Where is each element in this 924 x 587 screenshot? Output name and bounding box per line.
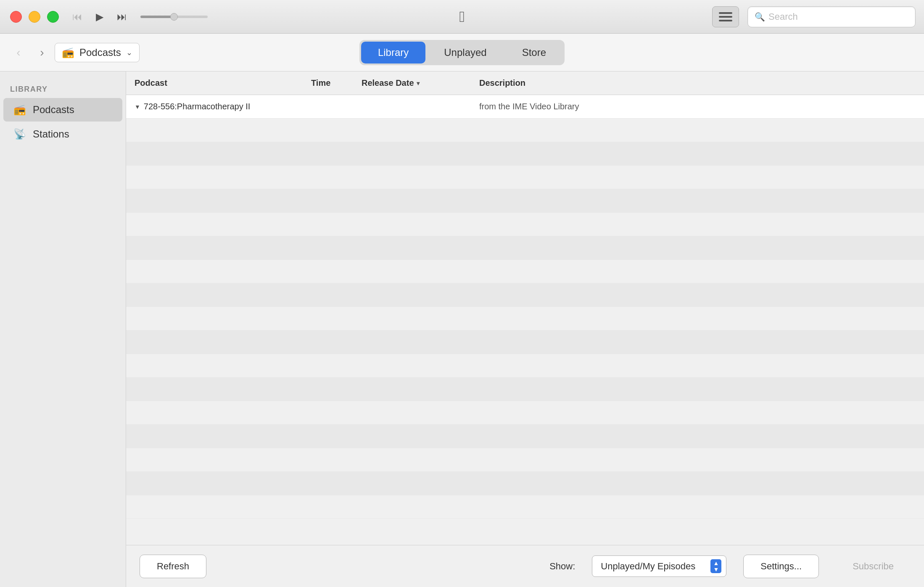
search-icon: 🔍 xyxy=(755,12,765,22)
playback-controls: ⏮ ▶ ⏭ xyxy=(69,10,208,24)
podcast-selector[interactable]: 📻 Podcasts ⌄ xyxy=(55,43,140,62)
main-layout: Library 📻 Podcasts 📡 Stations Podcast Ti… xyxy=(0,71,924,587)
content-area: Podcast Time Release Date ▾ Description … xyxy=(126,71,924,587)
tab-store[interactable]: Store xyxy=(505,42,563,63)
row-podcast-cell: ▼ 728-556:Pharmacotherapy II xyxy=(135,102,311,111)
refresh-button[interactable]: Refresh xyxy=(140,555,206,578)
table-body: ▼ 728-556:Pharmacotherapy II from the IM… xyxy=(126,95,924,545)
sidebar-item-podcasts-label: Podcasts xyxy=(33,104,74,116)
nav-bar: ‹ › 📻 Podcasts ⌄ Library Unplayed Store xyxy=(0,34,924,71)
volume-slider[interactable] xyxy=(140,16,208,18)
podcast-nav-label: Podcasts xyxy=(79,47,121,58)
table-row xyxy=(126,236,924,260)
col-header-podcast[interactable]: Podcast xyxy=(135,78,311,88)
close-button[interactable] xyxy=(10,11,22,23)
table-row xyxy=(126,401,924,425)
show-select[interactable]: Unplayed/My Episodes All Episodes My Epi… xyxy=(592,555,726,577)
list-view-icon xyxy=(719,12,732,21)
sidebar-item-stations[interactable]: 📡 Stations xyxy=(3,122,122,146)
table-row xyxy=(126,425,924,448)
table-row xyxy=(126,119,924,142)
table-row[interactable]: ▼ 728-556:Pharmacotherapy II from the IM… xyxy=(126,95,924,119)
forward-button[interactable]: › xyxy=(32,42,52,63)
search-bar[interactable]: 🔍 Search xyxy=(747,6,916,27)
table-row xyxy=(126,142,924,166)
search-placeholder: Search xyxy=(768,11,798,22)
back-button[interactable]: ‹ xyxy=(8,42,29,63)
subscribe-button: Subscribe xyxy=(836,555,911,578)
row-description-cell: from the IME Video Library xyxy=(479,102,916,111)
col-header-release-date[interactable]: Release Date ▾ xyxy=(362,78,479,88)
rewind-button[interactable]: ⏮ xyxy=(69,10,86,24)
radio-icon: 📡 xyxy=(13,128,26,140)
column-headers: Podcast Time Release Date ▾ Description xyxy=(126,71,924,95)
table-row xyxy=(126,260,924,283)
sidebar-item-stations-label: Stations xyxy=(33,128,69,140)
select-arrows-icon: ▲ ▼ xyxy=(710,559,721,573)
table-row xyxy=(126,189,924,213)
apple-logo:  xyxy=(459,8,465,26)
bottom-bar: Refresh Show: Unplayed/My Episodes All E… xyxy=(126,545,924,587)
col-header-description[interactable]: Description xyxy=(479,78,916,88)
sidebar-item-podcasts[interactable]: 📻 Podcasts xyxy=(3,98,122,122)
minimize-button[interactable] xyxy=(29,11,40,23)
table-row xyxy=(126,495,924,519)
table-row xyxy=(126,213,924,236)
chevron-down-icon: ⌄ xyxy=(126,48,132,57)
table-row xyxy=(126,354,924,378)
table-row xyxy=(126,307,924,331)
table-row xyxy=(126,331,924,354)
show-select-wrapper[interactable]: Unplayed/My Episodes All Episodes My Epi… xyxy=(592,555,726,577)
sidebar-section-label: Library xyxy=(0,82,126,97)
table-row xyxy=(126,448,924,472)
fast-forward-button[interactable]: ⏭ xyxy=(114,10,130,24)
play-button[interactable]: ▶ xyxy=(92,10,107,24)
settings-button[interactable]: Settings... xyxy=(743,555,819,578)
title-bar: ⏮ ▶ ⏭  🔍 Search xyxy=(0,0,924,34)
podcast-nav-icon: 📻 xyxy=(62,47,74,58)
sort-arrow-icon: ▾ xyxy=(417,80,420,87)
nav-arrows: ‹ › xyxy=(8,42,52,63)
table-row xyxy=(126,166,924,189)
col-header-time[interactable]: Time xyxy=(311,78,362,88)
table-row xyxy=(126,472,924,495)
list-view-button[interactable] xyxy=(712,6,739,27)
table-row xyxy=(126,283,924,307)
tab-library[interactable]: Library xyxy=(361,42,425,63)
maximize-button[interactable] xyxy=(47,11,59,23)
window-controls xyxy=(0,11,59,23)
sidebar: Library 📻 Podcasts 📡 Stations xyxy=(0,71,126,587)
tabs-group: Library Unplayed Store xyxy=(359,40,565,65)
podcast-icon: 📻 xyxy=(13,104,26,116)
table-row xyxy=(126,378,924,401)
show-label: Show: xyxy=(549,561,575,572)
triangle-icon: ▼ xyxy=(135,103,140,110)
tab-unplayed[interactable]: Unplayed xyxy=(427,42,503,63)
